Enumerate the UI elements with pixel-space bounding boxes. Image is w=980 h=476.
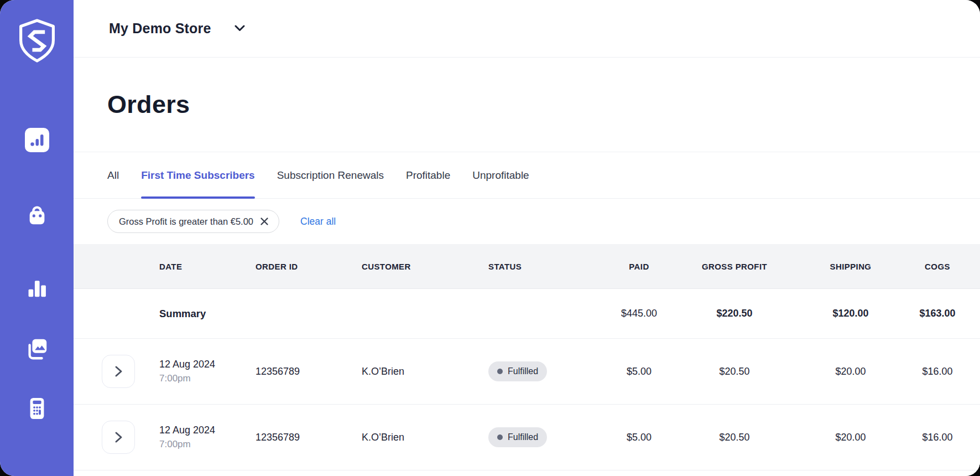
app-window: My Demo Store Orders All First Time Subs… <box>0 0 980 476</box>
tab-label: First Time Subscribers <box>141 169 255 182</box>
status-label: Fulfilled <box>508 432 538 442</box>
shipping-value: $20.00 <box>784 432 917 443</box>
customer-name: K.O’Brien <box>362 366 488 377</box>
sidebar-item-calculator[interactable] <box>24 397 50 422</box>
expand-row-button[interactable] <box>102 355 135 388</box>
column-header-paid: PAID <box>593 262 685 271</box>
table-row: 12 Aug 2024 7:00pm 12356789 K.O’Brien Fu… <box>74 339 980 405</box>
status-cell: Fulfilled <box>488 427 593 447</box>
tab-label: All <box>107 169 119 182</box>
column-header-shipping: SHIPPING <box>784 262 917 271</box>
tab-subscription-renewals[interactable]: Subscription Renewals <box>277 152 384 198</box>
images-icon <box>25 337 49 364</box>
tab-first-time-subscribers[interactable]: First Time Subscribers <box>141 152 255 198</box>
shopping-bag-icon <box>25 203 49 229</box>
filter-chip-gross-profit[interactable]: Gross Profit is greater than €5.00 <box>107 210 279 233</box>
tab-label: Profitable <box>406 169 450 182</box>
chevron-right-icon <box>113 431 123 444</box>
main-content: My Demo Store Orders All First Time Subs… <box>74 0 980 476</box>
bar-chart-icon <box>26 277 48 301</box>
clear-all-link[interactable]: Clear all <box>300 216 336 227</box>
cogs-value: $16.00 <box>917 432 980 443</box>
tab-unprofitable[interactable]: Unprofitable <box>472 152 529 198</box>
tab-label: Subscription Renewals <box>277 169 384 182</box>
order-date-cell: 12 Aug 2024 7:00pm <box>159 359 256 384</box>
gross-profit-value: $20.50 <box>685 432 784 443</box>
column-header-cogs: COGS <box>917 262 980 271</box>
store-switcher[interactable]: My Demo Store <box>109 20 245 37</box>
tab-bar: All First Time Subscribers Subscription … <box>74 152 980 199</box>
chevron-right-icon <box>113 365 123 378</box>
order-time: 7:00pm <box>159 373 256 384</box>
chevron-down-icon <box>234 24 245 34</box>
filter-bar: Gross Profit is greater than €5.00 Clear… <box>74 199 980 244</box>
column-header-gross-profit: GROSS PROFIT <box>685 262 784 271</box>
order-date: 12 Aug 2024 <box>159 359 256 370</box>
column-header-status: STATUS <box>488 262 593 271</box>
store-name: My Demo Store <box>109 20 211 37</box>
summary-paid: $445.00 <box>593 308 685 319</box>
summary-row: Summary $445.00 $220.50 $120.00 $163.00 <box>74 289 980 339</box>
analytics-icon <box>25 128 49 152</box>
shield-s-logo <box>17 18 57 66</box>
page-header: Orders <box>74 58 980 152</box>
summary-cogs: $163.00 <box>917 308 980 319</box>
orders-table: DATE ORDER ID CUSTOMER STATUS PAID GROSS… <box>74 244 980 476</box>
active-tab-underline <box>141 196 255 199</box>
order-time: 7:00pm <box>159 439 256 450</box>
status-dot-icon <box>497 369 503 374</box>
summary-gross-profit: $220.50 <box>685 308 784 319</box>
sidebar-item-analytics[interactable] <box>24 127 50 153</box>
status-label: Fulfilled <box>508 366 538 376</box>
sidebar-item-reports[interactable] <box>24 276 50 302</box>
summary-shipping: $120.00 <box>784 308 917 319</box>
paid-value: $5.00 <box>593 432 685 443</box>
cogs-value: $16.00 <box>917 366 980 377</box>
table-row: 12 Aug 2024 7:00pm 12356789 K.O’Brien Fu… <box>74 405 980 470</box>
status-badge: Fulfilled <box>488 361 547 381</box>
tab-all[interactable]: All <box>107 152 119 198</box>
table-header-row: DATE ORDER ID CUSTOMER STATUS PAID GROSS… <box>74 244 980 289</box>
gross-profit-value: $20.50 <box>685 366 784 377</box>
x-icon[interactable] <box>260 217 269 226</box>
summary-label: Summary <box>159 308 256 320</box>
shipping-value: $20.00 <box>784 366 917 377</box>
tab-label: Unprofitable <box>472 169 529 182</box>
page-title: Orders <box>107 90 190 119</box>
sidebar-item-orders[interactable] <box>24 203 50 229</box>
customer-name: K.O’Brien <box>362 432 488 443</box>
paid-value: $5.00 <box>593 366 685 377</box>
tab-profitable[interactable]: Profitable <box>406 152 450 198</box>
order-id: 12356789 <box>256 432 362 443</box>
column-header-order-id: ORDER ID <box>256 262 362 271</box>
sidebar <box>0 0 74 476</box>
filter-chip-label: Gross Profit is greater than €5.00 <box>119 216 253 227</box>
status-badge: Fulfilled <box>488 427 547 447</box>
sidebar-item-media[interactable] <box>24 338 50 363</box>
status-cell: Fulfilled <box>488 361 593 381</box>
calculator-icon <box>25 397 49 422</box>
column-header-customer: CUSTOMER <box>362 262 488 271</box>
order-id: 12356789 <box>256 366 362 377</box>
status-dot-icon <box>497 434 503 440</box>
order-date-cell: 12 Aug 2024 7:00pm <box>159 425 256 450</box>
column-header-date: DATE <box>159 262 256 271</box>
topbar: My Demo Store <box>74 0 980 58</box>
order-date: 12 Aug 2024 <box>159 425 256 436</box>
expand-row-button[interactable] <box>102 421 135 454</box>
